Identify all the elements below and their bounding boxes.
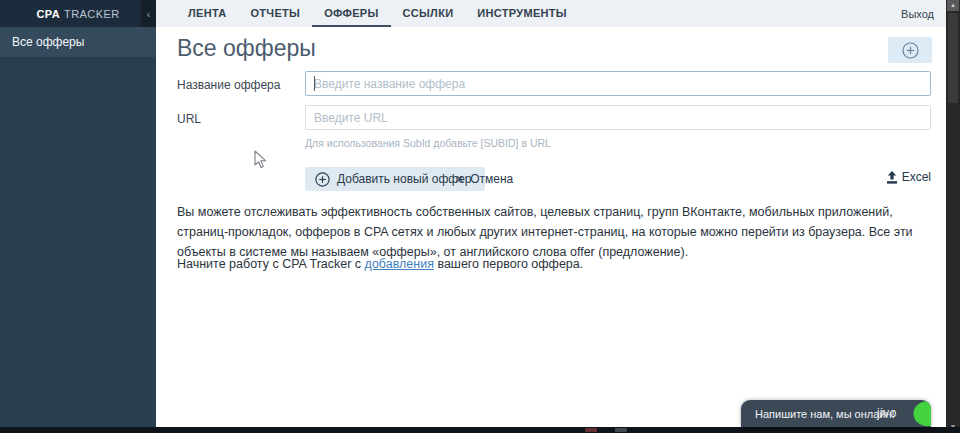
add-offer-link[interactable]: добавления [365, 257, 434, 271]
excel-button-label: Excel [902, 170, 931, 184]
taskbar-sliver-icon [585, 428, 597, 432]
chat-widget[interactable]: Напишите нам, мы онлайн! jivo [741, 400, 931, 427]
main-content: Все офферы Название оффера URL Для испол… [156, 27, 946, 427]
sidebar-collapse-button[interactable]: ‹ [141, 0, 156, 27]
scrollbar-thumb[interactable] [948, 13, 958, 103]
jivo-green-leaf-icon [901, 400, 931, 427]
offer-url-input[interactable] [305, 105, 931, 130]
circled-plus-icon [902, 42, 919, 59]
tab-lenta[interactable]: ЛЕНТА [176, 0, 238, 27]
logout-link[interactable]: Выход [901, 8, 934, 20]
offer-url-label: URL [177, 112, 201, 126]
bottom-window-edge [0, 427, 960, 433]
cancel-button-label: Отмена [470, 172, 513, 186]
description-paragraph: Вы можете отслеживать эффективность собс… [177, 202, 941, 262]
logo-rest: TRACKER [64, 8, 119, 20]
subid-hint: Для использования SubId добавьте [SUBID]… [305, 137, 551, 149]
topbar: ЛЕНТА ОТЧЕТЫ ОФФЕРЫ ССЫЛКИ ИНСТРУМЕНТЫ В… [156, 0, 946, 27]
jivo-logo: jivo [877, 406, 897, 420]
sidebar-item-all-offers[interactable]: Все офферы [0, 27, 156, 57]
add-offer-button-label: Добавить новый оффер [337, 172, 471, 186]
circled-plus-icon [315, 172, 330, 187]
logo-bold: CPA [37, 8, 61, 20]
chevron-left-icon: ‹ [147, 8, 151, 20]
upload-icon [886, 171, 898, 184]
tab-otchety[interactable]: ОТЧЕТЫ [238, 0, 312, 27]
offer-name-input[interactable] [305, 71, 931, 96]
close-icon: ✕ [455, 173, 464, 186]
sidebar: CPATRACKER ‹ Все офферы [0, 0, 156, 427]
add-offer-icon-button[interactable] [888, 37, 932, 63]
app-logo: CPATRACKER [37, 8, 120, 20]
tab-offery[interactable]: ОФФЕРЫ [312, 0, 390, 27]
offer-name-label: Название оффера [177, 78, 280, 92]
getting-started-paragraph: Начните работу с CPA Tracker с добавлени… [177, 254, 941, 274]
page-title: Все офферы [177, 35, 316, 62]
sidebar-header: CPATRACKER ‹ [0, 0, 156, 27]
tab-instrumenty[interactable]: ИНСТРУМЕНТЫ [465, 0, 579, 27]
scroll-up-button[interactable]: ▲ [947, 0, 959, 11]
text-caret [314, 76, 315, 91]
vertical-scrollbar[interactable]: ▲ ▼ [946, 0, 960, 433]
cancel-button[interactable]: ✕ Отмена [455, 167, 513, 191]
taskbar-sliver-icon [615, 428, 627, 432]
nav-tabs: ЛЕНТА ОТЧЕТЫ ОФФЕРЫ ССЫЛКИ ИНСТРУМЕНТЫ [156, 0, 579, 27]
excel-export-button[interactable]: Excel [886, 170, 931, 184]
tab-ssylki[interactable]: ССЫЛКИ [391, 0, 466, 27]
chat-message: Напишите нам, мы онлайн! [741, 408, 895, 420]
sidebar-item-label: Все офферы [12, 35, 84, 49]
